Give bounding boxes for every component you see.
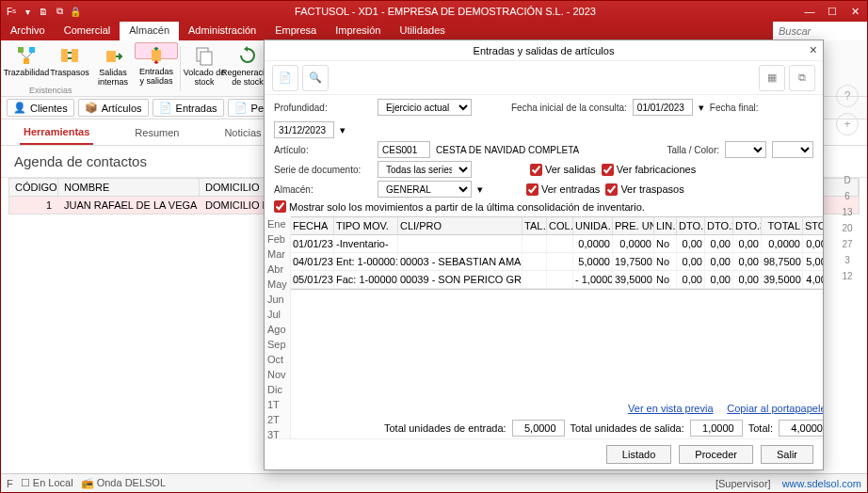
chk-entradas[interactable]: Ver entradas (526, 183, 600, 196)
window-title: FACTUSOL - XD1 - EMPRESA DE DEMOSTRACIÓN… (89, 6, 801, 17)
qa-print-icon[interactable]: 🗎 (37, 5, 50, 18)
col-pre[interactable]: PRE. UNI. (613, 217, 654, 234)
btn-salir[interactable]: Salir (761, 445, 813, 464)
month-item[interactable]: Nov (265, 367, 290, 382)
month-item[interactable]: Ene (265, 216, 290, 231)
month-item[interactable]: 1T (265, 397, 290, 412)
grid-row[interactable]: 04/01/23Ent: 1-000001 …00003 - SEBASTIAN… (291, 253, 823, 271)
inp-fecha-fin[interactable] (274, 121, 334, 138)
menu-almacen[interactable]: Almacén (120, 22, 179, 40)
menu-utilidades[interactable]: Utilidades (390, 22, 454, 40)
tab-noticias[interactable]: Noticias (220, 121, 265, 144)
grid-icon[interactable]: ▦ (759, 65, 785, 91)
col-d2[interactable]: DTO.2 (705, 217, 733, 234)
qa-save-icon[interactable]: ▾ (21, 5, 34, 18)
month-item[interactable]: Jun (265, 292, 290, 307)
qa-lock-icon[interactable]: 🔒 (69, 5, 82, 18)
status-url[interactable]: www.sdelsol.com (782, 478, 861, 489)
qa-icon[interactable]: FS (5, 5, 18, 18)
menu-comercial[interactable]: Comercial (55, 22, 121, 40)
inp-articulo[interactable] (378, 141, 430, 158)
month-item[interactable]: 2T (265, 412, 290, 427)
month-item[interactable]: Oct (265, 352, 290, 367)
sel-color[interactable] (772, 141, 813, 158)
btn-listado[interactable]: Listado (606, 445, 671, 464)
chevron-down-icon[interactable]: ▾ (477, 183, 483, 196)
chk-salidas[interactable]: Ver salidas (530, 164, 596, 176)
qa-copy-icon[interactable]: ⧉ (53, 5, 66, 18)
dialog-buttons: Listado Proceder Salir (265, 438, 823, 469)
tab-resumen[interactable]: Resumen (131, 121, 183, 144)
add-icon[interactable]: + (836, 113, 859, 135)
app-badge: F (7, 478, 13, 489)
chevron-down-icon[interactable]: ▾ (340, 124, 346, 136)
chevron-down-icon[interactable]: ▾ (699, 102, 704, 114)
col-uni[interactable]: UNIDA… (573, 217, 613, 234)
link-copiar[interactable]: Copiar al portapapeles (727, 403, 823, 414)
copy-icon[interactable]: ⧉ (789, 65, 815, 91)
quick-entradas[interactable]: 📄Entradas (153, 99, 224, 117)
status-onda[interactable]: 📻 Onda DELSOL (81, 477, 166, 489)
link-vista-previa[interactable]: Ver en vista previa (628, 403, 714, 414)
grid-row[interactable]: 05/01/23Fac: 1-00000200039 - SON PERICO … (291, 271, 823, 289)
sel-profundidad[interactable]: Ejercicio actual (378, 99, 472, 116)
month-item[interactable]: Mar (265, 246, 290, 262)
month-item[interactable]: Dic (265, 382, 290, 397)
month-list: Ene Feb Mar Abr May Jun Jul Ago Sep Oct … (265, 216, 291, 438)
svg-rect-8 (201, 52, 212, 65)
ribbon-volcado[interactable]: Volcado de stock (183, 42, 226, 87)
grid-row[interactable]: 01/01/23-Inventario-0,00000,0000No0,000,… (291, 235, 823, 253)
minimize-button[interactable]: — (801, 6, 818, 18)
col-fecha[interactable]: FECHA (291, 217, 334, 234)
col-cli[interactable]: CLI/PRO (398, 217, 522, 234)
col-tipo[interactable]: TIPO MOV. (334, 217, 398, 234)
ribbon-trazabilidad[interactable]: Trazabilidad (5, 42, 48, 78)
month-item[interactable]: Ago (265, 322, 290, 337)
col-codigo[interactable]: CÓDIGO (9, 179, 58, 196)
month-item[interactable]: 3T (265, 427, 290, 438)
month-item[interactable]: May (265, 277, 290, 292)
col-d1[interactable]: DTO.1 (677, 217, 705, 234)
menu-archivo[interactable]: Archivo (1, 22, 55, 40)
tab-herramientas[interactable]: Herramientas (20, 120, 93, 145)
dialog-title: Entradas y salidas de artículos × (265, 40, 823, 61)
sel-almacen[interactable]: GENERAL (378, 181, 472, 198)
close-button[interactable]: ✕ (846, 6, 863, 18)
sel-talla[interactable] (725, 141, 766, 158)
inp-fecha-ini[interactable] (633, 99, 693, 116)
lbl-talla: Talla / Color: (667, 145, 719, 155)
btn-proceder[interactable]: Proceder (679, 445, 753, 464)
search-input[interactable] (773, 22, 867, 40)
menu-administracion[interactable]: Administración (179, 22, 265, 40)
col-lin[interactable]: LIN… (654, 217, 677, 234)
col-nombre[interactable]: NOMBRE (58, 179, 200, 196)
out-icon (102, 44, 124, 67)
ribbon-salidas[interactable]: Salidas internas (91, 42, 135, 87)
col-tal[interactable]: TAL… (522, 217, 547, 234)
ribbon-entradas-salidas[interactable]: Entradas y salidas (135, 42, 178, 59)
col-col[interactable]: COL… (547, 217, 573, 234)
sel-serie[interactable]: Todas las series (378, 161, 472, 178)
month-item[interactable]: Jul (265, 307, 290, 322)
month-item[interactable]: Feb (265, 231, 290, 246)
dialog-links: Ver en vista previa Copiar al portapapel… (291, 399, 823, 418)
chk-mostrar[interactable]: Mostrar solo los movimientos a partir de… (274, 200, 645, 213)
maximize-button[interactable]: ☐ (824, 6, 841, 18)
help-icon[interactable]: ? (836, 85, 859, 107)
col-d3[interactable]: DTO.3 (733, 217, 762, 234)
col-total[interactable]: TOTAL (762, 217, 803, 234)
ribbon-traspasos[interactable]: Traspasos (48, 42, 91, 78)
doc-icon[interactable]: 📄 (272, 65, 298, 91)
menu-impresion[interactable]: Impresión (326, 22, 390, 40)
quick-articulos[interactable]: 📦Artículos (78, 99, 149, 117)
chk-traspasos[interactable]: Ver traspasos (605, 183, 683, 196)
dialog-filters: Profundidad: Ejercicio actual Fecha inic… (265, 95, 823, 216)
chk-fabricaciones[interactable]: Ver fabricaciones (602, 164, 696, 176)
quick-clientes[interactable]: 👤Clientes (7, 99, 74, 117)
month-item[interactable]: Abr (265, 262, 290, 277)
close-icon[interactable]: × (810, 42, 817, 57)
menu-empresa[interactable]: Empresa (265, 22, 326, 40)
month-item[interactable]: Sep (265, 337, 290, 352)
col-stock[interactable]: STOCK (803, 217, 823, 234)
search-icon[interactable]: 🔍 (302, 65, 329, 91)
